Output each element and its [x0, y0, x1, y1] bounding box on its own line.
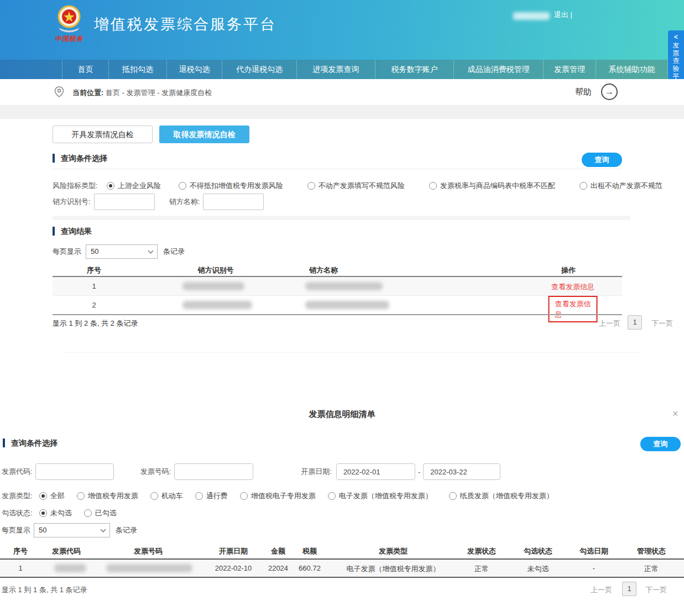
seller-id-input[interactable] [94, 194, 155, 210]
radio-realestate-invoice-fill-risk[interactable]: 不动产发票填写不规范风险 [307, 181, 405, 191]
cell-invoice-type: 电子发票（增值税专用发票） [347, 564, 440, 574]
close-icon[interactable]: × [672, 408, 678, 420]
nav-item-tax-digital-account[interactable]: 税务数字账户 [375, 60, 454, 79]
cell-index: 1 [18, 564, 22, 572]
date-from-input[interactable]: 2022-02-01 [336, 463, 415, 480]
radio-type-motor-vehicle[interactable]: 机动车 [150, 491, 183, 501]
view-invoice-info-link[interactable]: 查看发票信息 [551, 282, 594, 292]
radio-icon [84, 509, 92, 517]
seller-id-redacted [182, 282, 244, 290]
th2-amount: 金额 [271, 546, 285, 556]
radio-label: 已勾选 [95, 508, 117, 518]
page-size-select-top[interactable]: 50 [86, 244, 158, 259]
radio-checked-state[interactable]: 已勾选 [84, 508, 117, 518]
page-size-prefix: 每页显示 [2, 525, 30, 535]
nav-item-system-aux[interactable]: 系统辅助功能 [596, 60, 668, 79]
content-divider [64, 352, 639, 353]
query-condition-title: 查询条件选择 [53, 154, 107, 163]
breadcrumb-path: 首页 - 发票管理 - 发票健康度自检 [106, 88, 212, 97]
row-index: 1 [92, 282, 96, 290]
radio-label: 增值税电子专用发票 [251, 491, 316, 501]
date-range-separator: - [418, 468, 420, 476]
query-button-modal[interactable]: 查询 [640, 437, 681, 451]
logout-link[interactable]: 退出 | [554, 10, 572, 20]
help-arrow-icon[interactable]: → [601, 83, 618, 100]
seller-name-input[interactable] [203, 194, 264, 210]
radio-type-toll[interactable]: 通行费 [195, 491, 228, 501]
tab-issued-invoice-selfcheck[interactable]: 开具发票情况自检 [53, 126, 153, 143]
seller-name-redacted [305, 301, 389, 309]
app-title: 增值税发票综合服务平台 [94, 14, 276, 34]
page-size-prefix: 每页显示 [53, 247, 81, 257]
prev-page-button-modal[interactable]: 上一页 [591, 585, 612, 595]
th-seller-id: 销方识别号 [198, 265, 234, 275]
page-size-suffix: 条记录 [116, 525, 137, 535]
radio-nondeductible-special-invoice-risk[interactable]: 不得抵扣增值税专用发票风险 [179, 181, 283, 191]
th-seller-name: 销方名称 [309, 265, 338, 275]
th2-invoice-number: 发票号码 [134, 546, 163, 556]
invoice-type-label: 发票类型: [2, 491, 33, 501]
radio-taxrate-mismatch-risk[interactable]: 发票税率与商品编码表中税率不匹配 [429, 181, 555, 191]
chevron-down-icon [148, 248, 154, 253]
tab-received-invoice-selfcheck[interactable]: 取得发票情况自检 [159, 126, 249, 143]
prev-page-button[interactable]: 上一页 [599, 319, 620, 328]
next-page-button-modal[interactable]: 下一页 [645, 585, 667, 595]
nav-item-tax-refund-check[interactable]: 退税勾选 [167, 60, 222, 79]
th2-check-status: 勾选状态 [524, 546, 552, 556]
invoice-type-row: 发票类型: 全部 增值税专用发票 机动车 通行费 增值税电子专用发票 电子发票（… [2, 489, 554, 503]
radio-unchecked-state[interactable]: 未勾选 [39, 508, 72, 518]
seller-name-redacted [305, 282, 383, 290]
next-page-button[interactable]: 下一页 [651, 319, 673, 328]
divider [53, 169, 622, 169]
radio-type-all[interactable]: 全部 [39, 491, 65, 501]
nav-item-refined-oil-tax[interactable]: 成品油消费税管理 [454, 60, 544, 79]
table2-bottom-border [0, 577, 684, 578]
invoice-code-input[interactable] [35, 463, 114, 480]
header: 中国税务 增值税发票综合服务平台 退出 | [0, 0, 684, 60]
table-row: 1 查看发票信息 [53, 277, 622, 295]
page-size-select-modal[interactable]: 50 [34, 523, 110, 537]
nav-item-agent-refund-check[interactable]: 代办退税勾选 [222, 60, 297, 79]
radio-icon [77, 492, 85, 500]
cell-amount: 22024 [268, 564, 288, 572]
seller-filter-row: 销方识别号: 销方名称: [53, 194, 264, 210]
nav-item-input-invoice-query[interactable]: 进项发票查询 [297, 60, 375, 79]
radio-icon [429, 182, 437, 190]
radio-label: 增值税专用发票 [88, 491, 138, 501]
invoice-number-input[interactable] [174, 463, 253, 480]
page-size-row-top: 每页显示 50 条记录 [53, 244, 185, 259]
view-invoice-info-link[interactable]: 查看发票信息 [555, 300, 591, 319]
radio-label: 机动车 [161, 491, 183, 501]
radio-type-einvoice-special[interactable]: 电子发票（增值税专用发票） [328, 491, 432, 501]
nav-item-deduction-check[interactable]: 抵扣勾选 [109, 60, 167, 79]
th2-invoice-date: 开票日期 [219, 546, 248, 556]
radio-upstream-enterprise-risk[interactable]: 上游企业风险 [107, 181, 161, 191]
table-row: 1 2022-02-10 22024 660.72 电子发票（增值税专用发票） … [0, 560, 684, 577]
modal-query-condition-title: 查询条件选择 [3, 438, 58, 447]
thin-grey-strip [53, 216, 630, 220]
radio-type-electronic-special-vat[interactable]: 增值税电子专用发票 [240, 491, 316, 501]
nav-item-invoice-management[interactable]: 发票管理 [544, 60, 596, 79]
invoice-date-label: 开票日期: [301, 467, 332, 477]
query-button-top[interactable]: 查询 [582, 153, 622, 167]
main-nav: 首页 抵扣勾选 退税勾选 代办退税勾选 进项发票查询 税务数字账户 成品油消费税… [0, 60, 684, 79]
help-label[interactable]: 帮助 [575, 87, 592, 97]
page-number-box[interactable]: 1 [628, 315, 642, 330]
chevron-left-icon: < [668, 33, 684, 41]
radio-rental-realestate-risk[interactable]: 出租不动产发票不规范 [579, 181, 662, 191]
check-state-label: 勾选状态: [2, 508, 33, 518]
radio-type-special-vat[interactable]: 增值税专用发票 [77, 491, 138, 501]
radio-icon [195, 492, 203, 500]
radio-icon [150, 492, 158, 500]
risk-type-row: 风险指标类型: 上游企业风险 不得抵扣增值税专用发票风险 不动产发票填写不规范风… [53, 178, 662, 194]
logo-caption: 中国税务 [50, 34, 88, 44]
page-number-box-modal[interactable]: 1 [622, 582, 636, 596]
th2-invoice-status: 发票状态 [467, 546, 496, 556]
date-to-input[interactable]: 2022-03-22 [423, 463, 500, 480]
radio-type-paper-special[interactable]: 纸质发票（增值税专用发票） [449, 491, 554, 501]
risk-type-label: 风险指标类型: [53, 181, 98, 191]
results-summary-top: 显示 1 到 2 条, 共 2 条记录 [53, 319, 138, 328]
table-bottom-border [53, 314, 622, 315]
section-separator-band [0, 105, 684, 119]
nav-item-home[interactable]: 首页 [62, 60, 109, 79]
